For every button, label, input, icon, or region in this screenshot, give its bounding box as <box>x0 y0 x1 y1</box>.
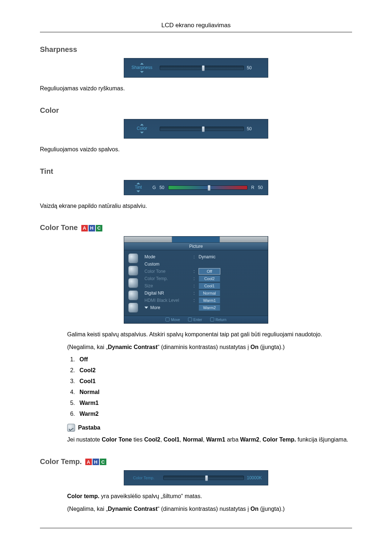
list-item: Normal <box>77 389 352 395</box>
text-bold: Dynamic Contrast <box>108 506 158 512</box>
osd-row-hdmi-black[interactable]: HDMI Black Level : Warm1 <box>144 297 263 304</box>
slider-thumb[interactable] <box>208 185 211 191</box>
tint-desc: Vaizdą ekrane papildo natūraliu atspalvi… <box>40 202 352 211</box>
tint-slider[interactable] <box>168 185 248 190</box>
osd-tab-active[interactable] <box>172 237 220 242</box>
color-slider[interactable] <box>160 127 244 131</box>
list-item: Warm1 <box>77 400 352 406</box>
osd-colon: : <box>193 276 199 281</box>
text: “ (dinaminis kontrastas) nustatytas į <box>158 344 250 350</box>
osd-footer: Move Enter Return <box>124 316 268 323</box>
color-tone-desc2: (Negalima, kai „Dynamic Contrast“ (dinam… <box>67 343 352 352</box>
heading-tint: Tint <box>40 167 352 176</box>
color-temp-slider[interactable] <box>163 476 244 480</box>
opt-label: Warm1 <box>79 400 99 406</box>
heading-color: Color <box>40 106 352 115</box>
slider-thumb[interactable] <box>202 65 205 71</box>
arrow-up-icon <box>140 124 144 126</box>
tint-g-val: 50 <box>159 185 164 190</box>
list-item: Warm2 <box>77 411 352 417</box>
osd-row-more[interactable]: More Warm2 <box>144 304 263 311</box>
osd-icon[interactable] <box>128 278 138 288</box>
color-temp-value: 10000K <box>247 475 263 480</box>
nav-arrows[interactable]: Tint <box>129 182 147 192</box>
text: (įjungta).) <box>258 344 285 350</box>
osd-side-icons <box>127 253 139 313</box>
text-bold: Cool2 <box>144 436 160 443</box>
picture-osd: Picture Mode : Dynamic Custom <box>124 236 268 324</box>
nav-arrows[interactable]: Color <box>129 124 155 134</box>
text-bold: Cool1 <box>164 436 180 443</box>
mode-h-icon: H <box>93 459 99 465</box>
osd-icon[interactable] <box>128 303 138 313</box>
osd-icon[interactable] <box>128 253 138 263</box>
tint-r-tag: R <box>251 185 254 190</box>
osd-colon: : <box>193 291 199 296</box>
text-bold: On <box>250 506 258 512</box>
osd-row-custom[interactable]: Custom <box>144 260 263 268</box>
osd-key: HDMI Black Level <box>144 298 193 303</box>
text: arba <box>225 436 240 443</box>
note-icon <box>67 424 75 432</box>
text-bold: Dynamic Contrast <box>108 344 158 350</box>
slider-thumb[interactable] <box>202 126 205 132</box>
sharpness-desc: Reguliuojamas vaizdo ryškumas. <box>40 84 352 93</box>
heading-color-temp: Color Temp. A H C <box>40 457 352 466</box>
tint-g-tag: G <box>152 185 156 190</box>
heading-color-temp-text: Color Temp. <box>40 457 82 465</box>
color-panel: Color 50 <box>124 119 268 139</box>
opt-label: Off <box>79 356 88 362</box>
osd-row-size[interactable]: Size : Cool1 <box>144 282 263 290</box>
arrow-down-icon <box>144 307 148 309</box>
nav-arrows[interactable]: Sharpness <box>129 63 155 73</box>
osd-icon[interactable] <box>128 290 138 300</box>
tint-label: Tint <box>135 185 142 190</box>
osd-icon[interactable] <box>128 266 138 276</box>
text-bold: Normal <box>183 436 203 443</box>
text: ties <box>132 436 144 443</box>
osd-row-color-tone[interactable]: Color Tone : Off <box>144 268 263 275</box>
osd-colon: : <box>193 254 199 259</box>
tint-r-val: 50 <box>258 185 263 190</box>
osd-enter: Enter <box>188 317 202 322</box>
mode-a-icon: A <box>85 459 92 465</box>
sharpness-panel: Sharpness 50 <box>124 58 268 78</box>
slider-thumb[interactable] <box>205 475 208 481</box>
color-tone-options: Off Cool2 Cool1 Normal Warm1 Warm2 <box>67 356 352 417</box>
arrow-up-icon <box>136 182 140 184</box>
osd-option[interactable]: Warm2 <box>199 304 220 311</box>
osd-option[interactable]: Normal <box>199 290 220 296</box>
text: (įjungta).) <box>258 506 285 512</box>
text-bold: Warm1 <box>206 436 225 443</box>
note-label: Pastaba <box>78 424 100 431</box>
osd-row-color-temp[interactable]: Color Temp. : Cool2 <box>144 275 263 282</box>
osd-val: Dynamic <box>199 254 216 259</box>
color-value: 50 <box>247 126 263 131</box>
osd-tab[interactable] <box>124 237 172 242</box>
text-bold: On <box>250 344 258 350</box>
heading-color-tone-text: Color Tone <box>40 223 78 231</box>
mode-c-icon: C <box>96 225 102 231</box>
divider-top <box>40 32 352 32</box>
heading-color-tone: Color Tone A H C <box>40 223 352 232</box>
osd-option[interactable]: Warm1 <box>199 297 220 304</box>
osd-row-mode[interactable]: Mode : Dynamic <box>144 253 263 260</box>
osd-option[interactable]: Cool2 <box>199 275 220 282</box>
osd-option[interactable]: Cool1 <box>199 283 220 289</box>
arrow-down-icon <box>140 71 144 73</box>
osd-option[interactable]: Off <box>199 268 220 275</box>
mode-c-icon: C <box>100 459 106 465</box>
color-tone-note-text: Jei nustatote Color Tone ties Cool2, Coo… <box>67 435 352 444</box>
sharpness-slider[interactable] <box>160 66 244 70</box>
color-label: Color <box>129 126 155 131</box>
mode-icons: A H C <box>81 225 102 231</box>
osd-tabs <box>124 237 268 242</box>
osd-title: Picture <box>124 242 268 250</box>
osd-key: Size <box>144 283 193 288</box>
color-temp-desc1: Color temp. yra paveikslėlio spalvų „šil… <box>67 492 352 501</box>
osd-tab[interactable] <box>220 237 268 242</box>
color-temp-panel: Color Temp. 10000K <box>124 470 268 485</box>
osd-key: More <box>144 305 193 310</box>
osd-row-digital-nr[interactable]: Digital NR : Normal <box>144 290 263 297</box>
text: (Negalima, kai „ <box>67 344 108 350</box>
